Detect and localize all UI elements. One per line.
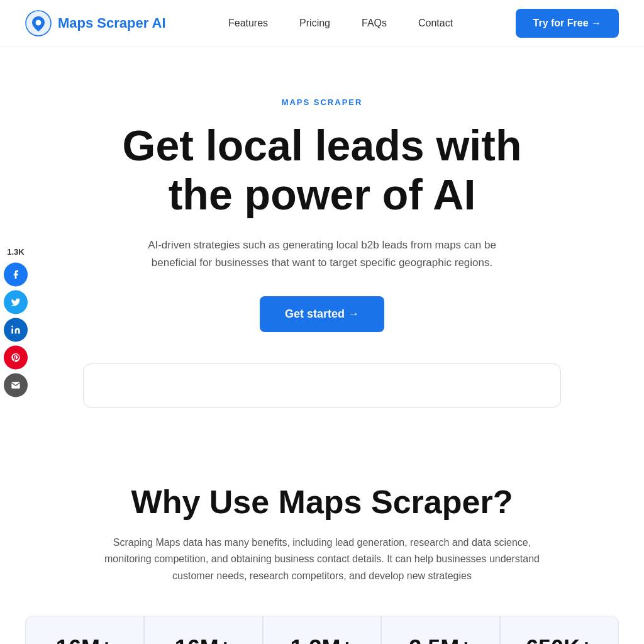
- facebook-share-button[interactable]: [4, 263, 28, 287]
- logo-text: Maps Scraper AI: [58, 15, 166, 31]
- stat-card-3: 2.5M+: [381, 616, 500, 644]
- linkedin-icon: [11, 325, 21, 335]
- get-started-button[interactable]: Get started →: [260, 296, 384, 332]
- stat-value-1: 16M+: [175, 635, 232, 644]
- logo-link[interactable]: Maps Scraper AI: [25, 10, 166, 36]
- nav-features[interactable]: Features: [228, 18, 268, 28]
- nav-pricing[interactable]: Pricing: [299, 18, 330, 28]
- stat-card-4: 650K+: [500, 616, 619, 644]
- hero-title: Get local leads with the power of AI: [64, 121, 580, 219]
- social-sidebar: 1.3K: [0, 241, 31, 404]
- stat-value-3: 2.5M+: [409, 635, 472, 644]
- why-section: Why Use Maps Scraper? Scraping Maps data…: [0, 433, 644, 644]
- stat-card-0: 16M+: [25, 616, 144, 644]
- linkedin-share-button[interactable]: [4, 318, 28, 342]
- nav-faqs[interactable]: FAQs: [362, 18, 387, 28]
- stat-value-0: 16M+: [56, 635, 113, 644]
- logo-icon: [25, 10, 52, 36]
- try-free-button[interactable]: Try for Free →: [516, 9, 619, 38]
- hero-title-line2: the power of AI: [169, 170, 476, 218]
- social-count: 1.3K: [7, 247, 24, 257]
- email-share-button[interactable]: [4, 374, 28, 397]
- hero-title-line1: Get local leads with: [123, 121, 522, 169]
- twitter-icon: [11, 297, 21, 308]
- stat-card-1: 16M+: [144, 616, 263, 644]
- hero-image: [83, 364, 561, 408]
- stats-row: 16M+ 16M+ 1.3M+ 2.5M+ 650K+: [25, 616, 619, 644]
- svg-point-1: [36, 20, 42, 26]
- svg-point-2: [11, 326, 13, 328]
- why-title: Why Use Maps Scraper?: [25, 483, 619, 521]
- email-icon: [11, 380, 21, 391]
- hero-subtitle: AI-driven strategies such as generating …: [127, 236, 517, 270]
- navbar: Maps Scraper AI Features Pricing FAQs Co…: [0, 0, 644, 47]
- nav-contact[interactable]: Contact: [418, 18, 453, 28]
- twitter-share-button[interactable]: [4, 291, 28, 314]
- pinterest-share-button[interactable]: [4, 346, 28, 370]
- hero-section: MAPS SCRAPER Get local leads with the po…: [52, 47, 592, 433]
- facebook-icon: [11, 270, 21, 280]
- why-subtitle: Scraping Maps data has many benefits, in…: [89, 535, 555, 584]
- stat-value-4: 650K+: [526, 635, 593, 644]
- hero-label: MAPS SCRAPER: [64, 97, 580, 107]
- stat-card-2: 1.3M+: [263, 616, 382, 644]
- stat-value-2: 1.3M+: [290, 635, 353, 644]
- nav-links: Features Pricing FAQs Contact: [228, 18, 453, 29]
- pinterest-icon: [11, 353, 21, 363]
